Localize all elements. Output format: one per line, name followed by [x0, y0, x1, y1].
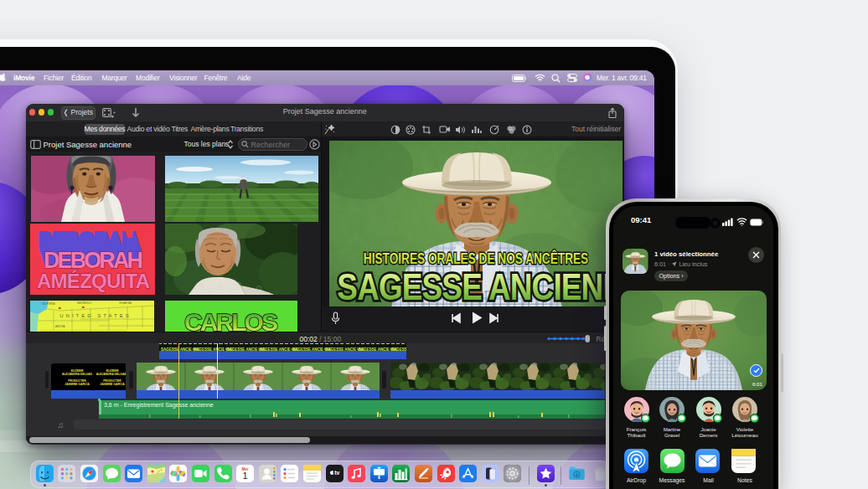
svg-text:ALEJANDRA DELGAD: ALEJANDRA DELGAD — [62, 373, 93, 376]
svg-text:SAGESSE ANCIENNE: SAGESSE ANCIENNE — [337, 265, 623, 306]
svg-text:AMÉZQUITA: AMÉZQUITA — [37, 270, 150, 292]
svg-text:JASMINE GARCIA: JASMINE GARCIA — [65, 383, 90, 386]
svg-text:CARLOS: CARLOS — [184, 308, 278, 332]
svg-text:CALIFORNIA: CALIFORNIA — [42, 302, 55, 306]
svg-text:1: 1 — [243, 471, 248, 481]
svg-text:tv: tv — [334, 470, 339, 476]
svg-text:ARIZONA: ARIZONA — [55, 325, 65, 328]
svg-text:HISTOIRES ORALES DE NOS ANCÊTR: HISTOIRES ORALES DE NOS ANCÊTRES — [364, 250, 588, 266]
svg-text:JASMINE GARCIA: JASMINE GARCIA — [100, 383, 125, 386]
svg-text:UNITED STATES: UNITED STATES — [60, 313, 132, 318]
svg-text:NEW MEXICO: NEW MEXICO — [77, 301, 91, 305]
svg-text:ALEJANDRA DELGAAD: ALEJANDRA DELGAAD — [96, 373, 126, 376]
svg-text:OKLAHOMA: OKLAHOMA — [119, 301, 132, 304]
